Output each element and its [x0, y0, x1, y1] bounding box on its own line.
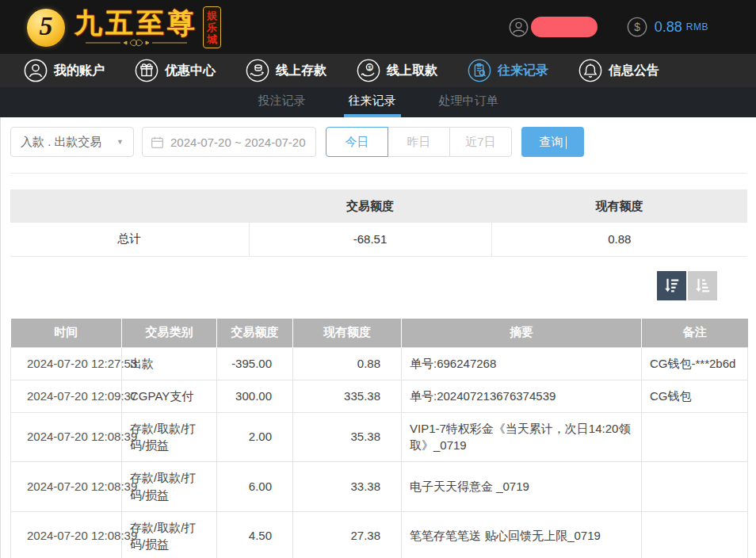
site-logo[interactable]: 5 九五至尊 娱 乐 城 — [27, 6, 221, 48]
today-button[interactable]: 今日 — [326, 127, 388, 157]
tab-processing-orders[interactable]: 处理中订单 — [434, 87, 503, 117]
last-7-days-button[interactable]: 近7日 — [449, 127, 512, 157]
quick-date-buttons: 今日 昨日 近7日 — [326, 127, 512, 157]
table-cell — [642, 462, 748, 512]
date-range-value: 2024-07-20 ~ 2024-07-20 — [170, 136, 306, 149]
nav-item-my-account[interactable]: 我的账户 — [24, 59, 105, 82]
flourish-icon — [86, 39, 187, 47]
table-cell: CG钱包-***2b6d — [642, 348, 748, 380]
table-cell: 300.00 — [217, 380, 293, 412]
yesterday-button[interactable]: 昨日 — [388, 127, 450, 157]
table-cell: -395.00 — [217, 348, 293, 380]
summary-header-balance: 现有额度 — [491, 189, 747, 223]
table-cell — [642, 511, 748, 558]
text-cursor — [566, 136, 567, 149]
transaction-type-select[interactable]: 入款 . 出款交易 ▼ — [10, 127, 134, 157]
username-redacted — [531, 17, 598, 37]
table-row: 2024-07-20 12:27:53出款-395.000.88单号:69624… — [11, 348, 748, 380]
table-cell: 出款 — [122, 348, 217, 380]
search-button-label: 查询 — [540, 135, 563, 148]
table-cell: 2024-07-20 12:09:37 — [11, 380, 122, 412]
sort-descending-button[interactable] — [657, 271, 686, 300]
table-cell: 335.38 — [293, 380, 402, 412]
gift-icon — [135, 59, 158, 82]
summary-total-label: 总计 — [10, 223, 249, 256]
sort-asc-icon — [694, 277, 712, 294]
main-nav: 我的账户 优惠中心 线上存款 — [0, 54, 756, 87]
svg-text:$: $ — [368, 64, 372, 71]
table-row: 2024-07-20 12:08:39存款/取款/打码/损益4.5027.38笔… — [11, 511, 748, 558]
sort-desc-icon — [663, 277, 681, 294]
nav-label: 我的账户 — [54, 63, 105, 79]
table-cell: 存款/取款/打码/损益 — [122, 511, 217, 558]
dollar-coin-icon: $ — [627, 17, 647, 37]
nav-item-promotions[interactable]: 优惠中心 — [135, 59, 216, 82]
account-avatar-icon[interactable] — [509, 17, 529, 37]
nav-item-announcements[interactable]: 信息公告 — [578, 59, 659, 82]
table-cell: 笔笔存笔笔送 贴心回馈无上限_0719 — [402, 511, 642, 558]
col-header-category: 交易类别 — [122, 319, 217, 348]
col-header-summary: 摘要 — [402, 319, 642, 348]
summary-header-row: 交易额度 现有额度 — [10, 189, 747, 223]
nav-label: 线上取款 — [387, 63, 437, 79]
table-cell: 6.00 — [217, 462, 293, 512]
table-cell: 2.00 — [217, 412, 293, 462]
col-header-amount: 交易额度 — [217, 319, 293, 348]
table-cell: 2024-07-20 12:08:39 — [11, 511, 122, 558]
summary-total-transaction: -68.51 — [249, 223, 491, 256]
table-cell: 单号:696247268 — [402, 348, 642, 380]
table-cell: 电子天天得意金 _0719 — [402, 462, 642, 512]
sort-ascending-button[interactable] — [688, 271, 717, 300]
table-row: 2024-07-20 12:08:39存款/取款/打码/损益2.0035.38V… — [11, 412, 748, 462]
site-title: 九五至尊 — [74, 9, 198, 37]
logo-monogram: 5 — [40, 11, 53, 41]
table-cell: 27.38 — [293, 511, 402, 558]
nav-item-withdraw[interactable]: $ 线上取款 — [357, 59, 437, 82]
table-cell: 0.88 — [293, 348, 402, 380]
table-cell — [642, 412, 748, 462]
nav-label: 线上存款 — [276, 63, 326, 79]
content-area: 入款 . 出款交易 ▼ 2024-07-20 ~ 2024-07-20 今日 昨… — [0, 117, 756, 558]
top-bar: 5 九五至尊 娱 乐 城 — [0, 0, 756, 54]
table-cell: 4.50 — [217, 511, 293, 558]
tab-betting-records[interactable]: 投注记录 — [254, 87, 311, 117]
table-cell: 33.38 — [293, 462, 402, 512]
summary-header-transaction: 交易额度 — [249, 189, 491, 223]
col-header-remark: 备注 — [642, 319, 748, 348]
table-cell: CG钱包 — [642, 380, 748, 412]
nav-label: 优惠中心 — [165, 63, 216, 79]
col-header-balance: 现有额度 — [293, 319, 402, 348]
calendar-icon — [151, 136, 164, 149]
summary-table: 交易额度 现有额度 总计 -68.51 0.88 — [10, 189, 747, 257]
table-cell: VIP1-7特权彩金《当天累计，次日14:20领取》_0719 — [402, 412, 642, 462]
nav-label: 信息公告 — [609, 63, 659, 79]
transaction-type-value: 入款 . 出款交易 — [21, 135, 102, 150]
table-cell: 35.38 — [293, 412, 402, 462]
table-cell: CGPAY支付 — [122, 380, 217, 412]
balance-currency: RMB — [686, 21, 708, 32]
col-header-time: 时间 — [11, 319, 122, 348]
nav-item-deposit[interactable]: 线上存款 — [246, 59, 326, 82]
divider — [10, 173, 746, 174]
deposit-hand-icon — [246, 59, 269, 82]
logo-monogram-icon: 5 — [27, 9, 65, 47]
summary-total-row: 总计 -68.51 0.88 — [10, 223, 747, 256]
table-cell: 2024-07-20 12:08:39 — [11, 412, 122, 462]
table-cell: 存款/取款/打码/损益 — [122, 412, 217, 462]
transactions-table: 时间 交易类别 交易额度 现有额度 摘要 备注 2024-07-20 12:27… — [10, 319, 748, 558]
search-button[interactable]: 查询 — [521, 127, 584, 157]
tab-transaction-records[interactable]: 往来记录 — [344, 87, 401, 117]
table-cell: 存款/取款/打码/损益 — [122, 462, 217, 512]
summary-header-blank — [10, 189, 249, 223]
withdraw-hand-icon: $ — [357, 59, 380, 82]
filter-row: 入款 . 出款交易 ▼ 2024-07-20 ~ 2024-07-20 今日 昨… — [10, 117, 746, 157]
nav-item-records[interactable]: 往来记录 — [468, 59, 548, 82]
table-row: 2024-07-20 12:09:37CGPAY支付300.00335.38单号… — [11, 380, 748, 412]
bell-icon — [578, 59, 602, 82]
sort-controls — [10, 271, 746, 300]
table-cell: 单号:202407213676374539 — [402, 380, 642, 412]
date-range-input[interactable]: 2024-07-20 ~ 2024-07-20 — [142, 127, 316, 157]
logo-badge: 娱 乐 城 — [203, 6, 221, 48]
svg-text:$: $ — [634, 21, 640, 33]
table-cell: 2024-07-20 12:08:39 — [11, 462, 122, 512]
